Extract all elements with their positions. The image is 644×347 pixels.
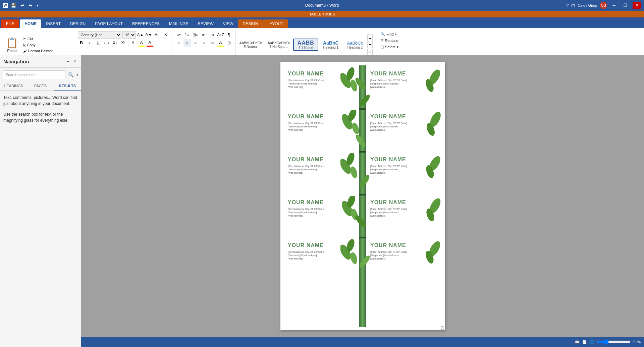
styles-scroll-up[interactable]: ▲ [367, 35, 373, 41]
increase-indent-button[interactable]: ⇥ [209, 31, 216, 39]
bold-button[interactable]: B [78, 39, 85, 47]
replace-button[interactable]: ⇄ Replace [378, 37, 413, 44]
replace-icon: ⇄ [380, 38, 383, 43]
print-layout-icon[interactable]: 📄 [582, 340, 587, 344]
help-icon[interactable]: ? [566, 3, 569, 8]
close-button[interactable]: ✕ [633, 2, 641, 9]
format-painter-button[interactable]: 🖌 Format Painter [21, 48, 55, 54]
search-input[interactable] [3, 70, 65, 79]
undo-quick-icon[interactable]: ↩ [19, 2, 26, 9]
tab-layout[interactable]: LAYOUT [263, 19, 288, 28]
right-leaf-deco-4 [421, 196, 441, 223]
style-normal[interactable]: AaBbCcDdEe ¶ Normal [237, 40, 265, 50]
title-bar-left: W 💾 ↩ ↪ ▾ [3, 2, 40, 9]
style-heading1[interactable]: AaBbC Heading 1 [319, 39, 342, 50]
nav-tab-results[interactable]: RESULTS [54, 82, 81, 91]
restore-down-icon[interactable]: ⊡ [571, 3, 575, 8]
decrease-indent-button[interactable]: ⇤ [200, 31, 208, 39]
underline-button[interactable]: U [95, 39, 102, 47]
table-resize-handle[interactable] [441, 326, 444, 330]
grow-font-button[interactable]: A▲ [137, 31, 144, 39]
tab-design[interactable]: DESIGN [65, 19, 90, 28]
nav-search-bar: 🔍 ▾ [0, 68, 81, 82]
case-button[interactable]: Aa [154, 31, 161, 39]
subscript-button[interactable]: X₂ [111, 39, 119, 47]
table-tools-label: TABLE TOOLS [309, 12, 335, 16]
shading-button[interactable]: A [217, 39, 224, 47]
leaf-deco-3 [340, 153, 359, 180]
nav-minimize-button[interactable]: − [65, 58, 71, 65]
font-sep [128, 40, 128, 46]
font-name-select[interactable]: Century (Hea [78, 31, 121, 39]
save-quick-icon[interactable]: 💾 [9, 2, 18, 9]
align-right-button[interactable]: ≡ [192, 39, 199, 47]
superscript-button[interactable]: X² [120, 39, 127, 47]
strikethrough-button[interactable]: ab [103, 39, 110, 47]
navigation-panel: Navigation − × 🔍 ▾ HEADINGS PAGES RESULT… [0, 55, 81, 347]
right-leaf-deco-3 [421, 153, 441, 180]
multilevel-button[interactable]: ⊞≡ [192, 31, 199, 39]
card-5-left: YOUR NAME [Street Address, City, ST ZIP … [284, 237, 359, 280]
select-button[interactable]: ⬚ Select ▾ [378, 44, 413, 50]
tab-home[interactable]: HOME [20, 19, 41, 28]
style-heading-name[interactable]: AABB ¶ 1 Name [293, 39, 318, 51]
search-icon[interactable]: 🔍 [67, 71, 75, 78]
tab-file[interactable]: FILE [1, 19, 19, 28]
styles-scroll-down[interactable]: ▼ [367, 42, 373, 48]
borders-button[interactable]: ⊞ [225, 39, 233, 47]
bamboo-node-4 [359, 237, 366, 238]
style-heading-name-label: ¶ 1 Name [299, 46, 313, 50]
search-dropdown-icon[interactable]: ▾ [76, 73, 78, 77]
align-left-button[interactable]: ≡ [175, 39, 182, 47]
highlight-button[interactable]: A [138, 39, 145, 47]
shrink-font-button[interactable]: A▼ [145, 31, 153, 39]
tab-design2[interactable]: DESIGN [238, 19, 263, 28]
italic-button[interactable]: I [86, 39, 94, 47]
restore-button[interactable]: ❐ [621, 2, 630, 9]
text-effects-button[interactable]: A [129, 39, 137, 47]
nav-content: Text, comments, pictures... Word can fin… [0, 91, 81, 132]
nav-tab-pages[interactable]: PAGES [27, 82, 54, 90]
line-spacing-button[interactable]: ↕≡ [209, 39, 216, 47]
find-button[interactable]: 🔍 Find ▾ [378, 31, 413, 37]
zoom-level: 52% [633, 340, 641, 344]
paragraph-row-2: ≡ ≡ ≡ ≡ ↕≡ A ⊞ [175, 39, 233, 47]
show-hide-button[interactable]: ¶ [225, 31, 233, 39]
paste-button[interactable]: 📋 Paste [3, 31, 21, 59]
justify-button[interactable]: ≡ [200, 39, 208, 47]
nav-tab-headings[interactable]: HEADINGS [0, 82, 27, 90]
minimize-button[interactable]: ─ [610, 2, 618, 9]
font-size-select[interactable]: 15 [122, 31, 136, 39]
font-color-button[interactable]: A [146, 39, 154, 47]
tab-review[interactable]: REVIEW [193, 19, 218, 28]
style-heading2[interactable]: AaBbCc Heading 2 [343, 40, 367, 50]
nav-title: Navigation [3, 59, 29, 64]
tab-insert[interactable]: INSERT [41, 19, 65, 28]
tab-mailings[interactable]: MAILINGS [164, 19, 193, 28]
replace-label: Replace [385, 39, 398, 43]
style-no-spacing[interactable]: AaBbCcDdEe ¶ No Spac... [265, 40, 292, 50]
tab-view[interactable]: VIEW [218, 19, 238, 28]
zoom-slider[interactable] [597, 339, 631, 345]
numbering-button[interactable]: 1≡ [183, 31, 191, 39]
styles-scroll-controls: ▲ ▼ ⊞ [367, 31, 373, 59]
align-center-button[interactable]: ≡ [183, 39, 191, 47]
customize-quick-icon[interactable]: ▾ [35, 3, 40, 8]
tab-references[interactable]: REFERENCES [127, 19, 164, 28]
copy-button[interactable]: ⎘ Copy [21, 42, 55, 48]
sort-button[interactable]: A↕Z [217, 31, 224, 39]
table-tools-bar: TABLE TOOLS [0, 11, 644, 17]
cut-button[interactable]: ✂ Cut [21, 36, 55, 42]
bamboo-node-2 [359, 151, 366, 153]
clear-formatting-button[interactable]: ✕ [162, 31, 169, 39]
word-icon: W [3, 3, 8, 8]
card-2-right: YOUR NAME [Street Address, City, ST ZIP … [366, 108, 441, 151]
redo-quick-icon[interactable]: ↪ [27, 2, 34, 9]
web-layout-icon[interactable]: 🌐 [590, 340, 594, 344]
main-area[interactable]: YOUR NAME [Street Address, City, ST ZIP … [81, 55, 644, 337]
tab-page-layout[interactable]: PAGE LAYOUT [90, 19, 127, 28]
styles-more[interactable]: ⊞ [367, 49, 373, 55]
nav-close-button[interactable]: × [72, 58, 77, 65]
read-mode-icon[interactable]: 📖 [575, 340, 580, 344]
bullets-button[interactable]: ≡• [175, 31, 182, 39]
